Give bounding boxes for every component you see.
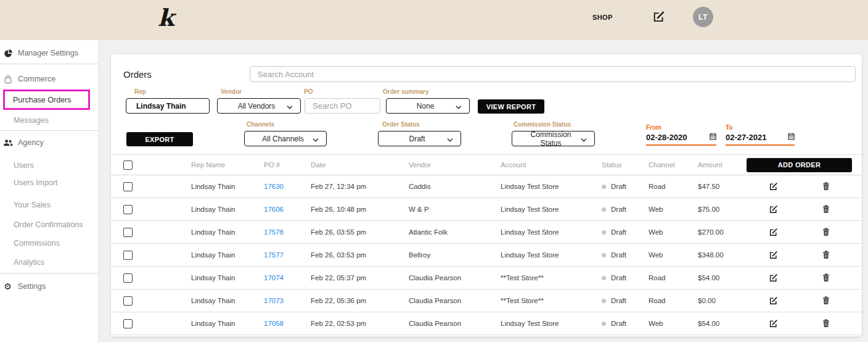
sidebar-item-commerce[interactable]: Commerce <box>2 74 55 84</box>
amount-cell: $75.00 <box>698 206 747 213</box>
column-header-channel: Channel <box>649 161 698 169</box>
table-row: Lindsay Thain 17630 Feb 27, 12:34 pm Cad… <box>111 175 862 198</box>
edit-order-icon[interactable] <box>769 319 778 328</box>
date-to-field[interactable]: To 02-27-2021 <box>726 124 795 146</box>
column-header-amount: Amount <box>698 161 747 169</box>
sidebar-label: Commerce <box>18 75 55 83</box>
status-dot <box>602 253 606 257</box>
sidebar-item-purchase-orders[interactable]: Purchase Orders <box>3 90 90 110</box>
agency-icon <box>2 139 13 147</box>
vendor-select[interactable]: All Vendors <box>217 98 301 114</box>
edit-order-icon[interactable] <box>769 182 778 191</box>
po-label: PO <box>304 88 313 95</box>
status-cell: Draft <box>602 206 649 213</box>
row-checkbox[interactable] <box>123 182 133 191</box>
search-account-input[interactable] <box>250 66 856 82</box>
row-checkbox[interactable] <box>123 319 133 328</box>
sidebar-item-order-confirmations[interactable]: Order Confirmations <box>14 220 83 230</box>
sidebar-item-commissions[interactable]: Commissions <box>14 238 60 248</box>
sidebar-item-analytics[interactable]: Analytics <box>14 257 44 267</box>
sidebar: Manager Settings Commerce Purchase Order… <box>0 40 99 342</box>
account-cell: Lindsay Test Store <box>501 251 602 259</box>
edit-order-icon[interactable] <box>769 296 778 306</box>
top-header: k SHOP LT <box>0 0 868 40</box>
status-cell: Draft <box>602 297 649 304</box>
po-number-link[interactable]: 17074 <box>264 274 284 282</box>
account-cell: Lindsay Test Store <box>501 206 602 213</box>
date-from-field[interactable]: From 02-28-2020 <box>646 124 716 146</box>
rep-name-cell: Lindsay Thain <box>191 228 264 236</box>
vendor-cell: Caddis <box>409 183 501 190</box>
sidebar-item-messages[interactable]: Messages <box>14 115 49 125</box>
vendor-cell: Claudia Pearson <box>409 297 501 304</box>
rep-name-cell: Lindsay Thain <box>191 183 264 190</box>
row-checkbox[interactable] <box>123 296 133 306</box>
channel-cell: Web <box>649 206 698 213</box>
po-number-link[interactable]: 17073 <box>264 297 284 304</box>
vendor-cell: W & P <box>409 206 501 213</box>
search-po-input[interactable] <box>305 98 380 114</box>
view-report-button[interactable]: VIEW REPORT <box>478 99 544 114</box>
status-cell: Draft <box>602 274 649 282</box>
delete-order-icon[interactable] <box>822 319 830 328</box>
po-number-link[interactable]: 17630 <box>264 183 284 190</box>
sidebar-item-settings[interactable]: ⚙ Settings <box>2 282 46 291</box>
sidebar-item-manager-settings[interactable]: Manager Settings <box>2 48 78 58</box>
channel-cell: Road <box>649 274 698 282</box>
brand-logo[interactable]: k <box>158 4 174 31</box>
date-cell: Feb 26, 03:55 pm <box>311 228 409 236</box>
export-button[interactable]: EXPORT <box>126 132 193 146</box>
order-status-select[interactable]: Draft <box>378 131 461 146</box>
row-checkbox[interactable] <box>123 228 133 237</box>
chevron-down-icon <box>313 133 319 144</box>
row-checkbox[interactable] <box>123 251 133 260</box>
sidebar-item-your-sales[interactable]: Your Sales <box>14 200 51 210</box>
edit-order-icon[interactable] <box>769 273 778 283</box>
po-number-link[interactable]: 17577 <box>264 251 284 259</box>
date-cell: Feb 22, 05:37 pm <box>311 274 409 282</box>
commission-status-select[interactable]: Commission Status <box>512 131 595 146</box>
sidebar-item-agency[interactable]: Agency <box>2 138 44 148</box>
delete-order-icon[interactable] <box>822 205 830 214</box>
po-number-link[interactable]: 17578 <box>264 228 284 236</box>
po-number-link[interactable]: 17058 <box>264 320 284 327</box>
delete-order-icon[interactable] <box>822 273 830 282</box>
delete-order-icon[interactable] <box>822 182 830 191</box>
sidebar-label: Agency <box>18 138 44 147</box>
rep-name-cell: Lindsay Thain <box>191 251 264 259</box>
status-cell: Draft <box>602 183 649 190</box>
edit-order-icon[interactable] <box>769 205 778 214</box>
delete-order-icon[interactable] <box>822 251 830 259</box>
rep-input[interactable] <box>126 98 210 114</box>
account-cell: Lindsay Test Store <box>501 228 602 236</box>
row-checkbox[interactable] <box>123 273 133 283</box>
table-row: Lindsay Thain 17578 Feb 26, 03:55 pm Atl… <box>111 221 862 244</box>
shop-link[interactable]: SHOP <box>592 14 613 21</box>
sidebar-item-users-import[interactable]: Users Import <box>14 178 58 188</box>
edit-order-icon[interactable] <box>769 228 778 237</box>
avatar[interactable]: LT <box>693 7 713 27</box>
order-summary-select[interactable]: None <box>386 98 470 114</box>
vendor-cell: Atlantic Folk <box>409 228 501 236</box>
calendar-icon <box>788 133 795 142</box>
column-header-rep-name: Rep Name <box>191 161 264 169</box>
channels-select[interactable]: All Channels <box>244 131 327 146</box>
delete-order-icon[interactable] <box>822 228 830 236</box>
amount-cell: $0.00 <box>698 297 747 304</box>
chevron-down-icon <box>287 101 293 112</box>
amount-cell: $348.00 <box>698 251 747 259</box>
manager-settings-icon <box>2 49 13 57</box>
divider <box>0 64 98 64</box>
date-cell: Feb 22, 02:53 pm <box>311 320 409 327</box>
edit-order-icon[interactable] <box>769 251 778 260</box>
sidebar-item-users[interactable]: Users <box>14 161 34 170</box>
add-order-button[interactable]: ADD ORDER <box>747 158 852 172</box>
chevron-down-icon <box>447 133 453 144</box>
sidebar-label: Settings <box>18 282 46 291</box>
compose-icon[interactable] <box>652 10 665 23</box>
row-checkbox[interactable] <box>123 205 133 214</box>
select-all-checkbox[interactable] <box>123 161 133 170</box>
po-number-link[interactable]: 17606 <box>264 206 284 213</box>
delete-order-icon[interactable] <box>822 296 830 305</box>
vendor-label: Vendor <box>221 88 242 95</box>
